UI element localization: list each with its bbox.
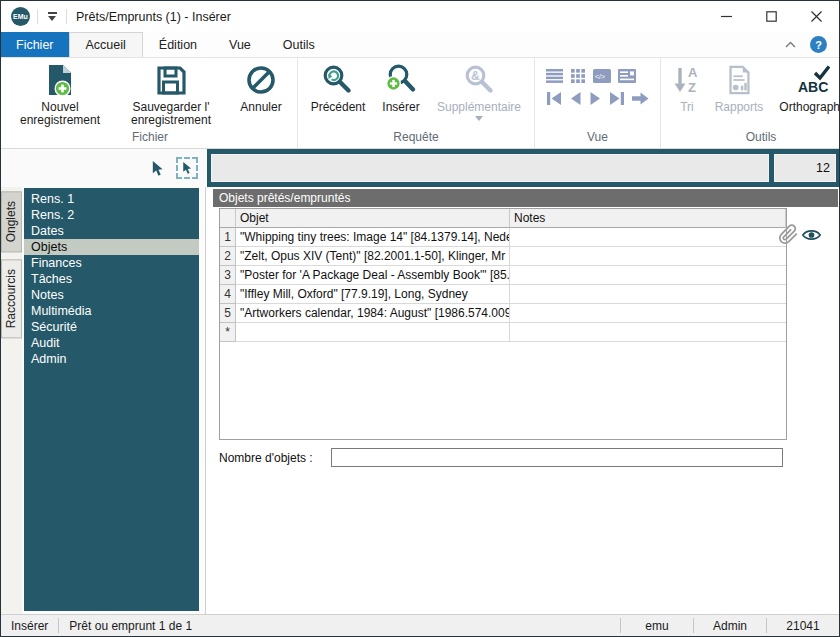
dropdown-caret-icon — [475, 116, 483, 121]
cancel-button[interactable]: Annuler — [230, 61, 292, 114]
notes-cell[interactable] — [510, 228, 786, 247]
table-empty-area — [220, 342, 786, 439]
ribbon: Nouvel enregistrement Sauvegarder l' enr… — [1, 58, 839, 149]
sidebar-item-admin[interactable]: Admin — [24, 351, 199, 367]
new-record-button[interactable]: Nouvel enregistrement — [8, 61, 112, 127]
object-count-input[interactable] — [331, 448, 783, 467]
tab-edition[interactable]: Édition — [143, 32, 213, 57]
ribbon-tab-bar: Fichier Accueil Édition Vue Outils ? — [1, 32, 839, 58]
summary-toolbar: 12 — [1, 149, 839, 187]
collapse-ribbon-icon[interactable] — [785, 41, 796, 48]
tab-accueil[interactable]: Accueil — [69, 32, 143, 57]
object-cell[interactable]: "Poster for 'A Package Deal - Assembly B… — [236, 266, 510, 285]
notes-cell[interactable] — [510, 304, 786, 323]
help-button[interactable]: ? — [810, 36, 827, 53]
object-cell[interactable]: "Artworkers calendar, 1984: August" [198… — [236, 304, 510, 323]
ribbon-group-outils: A Z Tri Rapports — [661, 58, 840, 148]
group-label-vue: Vue — [540, 129, 655, 148]
supplementary-query-icon: & — [462, 63, 496, 97]
svg-text:&: & — [471, 69, 480, 83]
table-new-row: * — [220, 323, 786, 342]
save-icon — [154, 63, 188, 97]
attachment-icon[interactable] — [778, 224, 799, 245]
record-count-field[interactable]: 12 — [774, 154, 836, 182]
sidebar-item-audit[interactable]: Audit — [24, 335, 199, 351]
tab-vue[interactable]: Vue — [213, 32, 267, 57]
sidebar-item-dates[interactable]: Dates — [24, 223, 199, 239]
section-header: Objets prêtés/empruntés — [213, 189, 838, 207]
new-record-icon — [43, 63, 77, 97]
column-header-objet[interactable]: Objet — [236, 209, 510, 228]
sidebar-item-finances[interactable]: Finances — [24, 255, 199, 271]
column-header-notes[interactable]: Notes — [510, 209, 786, 228]
supplementary-query-label: Supplémentaire — [437, 101, 521, 114]
sidebar-item-multimedia[interactable]: Multimédia — [24, 303, 199, 319]
details-view-icon[interactable] — [618, 69, 636, 83]
summary-band: 12 — [207, 149, 839, 187]
close-button[interactable] — [794, 1, 839, 32]
notes-cell[interactable] — [510, 285, 786, 304]
object-cell[interactable]: "Zelt, Opus XIV (Tent)" [82.2001.1-50], … — [236, 247, 510, 266]
table-row: 1 "Whipping tiny trees: Image 14" [84.13… — [220, 228, 786, 247]
maximize-button[interactable] — [749, 1, 794, 32]
code-view-icon[interactable]: </> — [593, 69, 611, 83]
objects-table: Objet Notes 1 "Whipping tiny trees: Imag… — [219, 208, 787, 440]
previous-record-icon[interactable] — [569, 92, 582, 105]
previous-query-icon — [321, 63, 355, 97]
object-cell[interactable]: "Whipping tiny trees: Image 14" [84.1379… — [236, 228, 510, 247]
new-row-marker: * — [220, 323, 236, 342]
first-record-icon[interactable] — [546, 92, 562, 105]
sidebar-item-objets[interactable]: Objets — [24, 239, 199, 255]
status-record-info: Prêt ou emprunt 1 de 1 — [59, 619, 202, 633]
notes-cell[interactable] — [510, 266, 786, 285]
list-view-icon[interactable] — [546, 69, 563, 83]
quick-access-dropdown[interactable] — [45, 12, 59, 21]
previous-query-label: Précédent — [311, 101, 366, 114]
summary-field[interactable] — [211, 154, 769, 182]
vertical-tab-raccourcis[interactable]: Raccourcis — [1, 259, 22, 338]
select-mode-icon[interactable] — [176, 157, 198, 179]
sidebar-item-rens1[interactable]: Rens. 1 — [24, 191, 199, 207]
save-record-button[interactable]: Sauvegarder l' enregistrement — [112, 61, 230, 127]
object-cell-empty[interactable] — [236, 323, 510, 342]
minimize-button[interactable] — [704, 1, 749, 32]
supplementary-query-button[interactable]: & Supplémentaire — [429, 61, 529, 121]
status-number: 21041 — [767, 619, 839, 633]
tab-fichier[interactable]: Fichier — [1, 32, 69, 57]
title-bar: EMu Prêts/Emprunts (1) - Insérer — [1, 1, 839, 32]
tab-outils[interactable]: Outils — [267, 32, 331, 57]
insert-button[interactable]: Insérer — [373, 61, 429, 114]
spelling-icon: ABC — [795, 63, 831, 97]
spelling-button[interactable]: ABC Orthographe — [770, 61, 840, 114]
sidebar-item-taches[interactable]: Tâches — [24, 271, 199, 287]
notes-cell-empty[interactable] — [510, 323, 786, 342]
next-record-icon[interactable] — [589, 92, 602, 105]
cancel-icon — [244, 63, 278, 97]
svg-text:ABC: ABC — [798, 79, 828, 95]
goto-record-icon[interactable] — [632, 92, 649, 105]
object-cell[interactable]: "Iffley Mill, Oxford" [77.9.19], Long, S… — [236, 285, 510, 304]
maximize-icon — [766, 11, 777, 22]
eye-icon[interactable] — [802, 228, 821, 242]
reports-button[interactable]: Rapports — [708, 61, 770, 114]
pointer-cursor-icon[interactable] — [150, 160, 165, 177]
group-label-fichier: Fichier — [8, 129, 292, 148]
sort-button[interactable]: A Z Tri — [666, 61, 708, 114]
last-record-icon[interactable] — [609, 92, 625, 105]
grid-view-icon[interactable] — [570, 69, 586, 83]
table-header-row: Objet Notes — [220, 209, 786, 228]
row-number-header — [220, 209, 236, 228]
reports-label: Rapports — [715, 101, 764, 114]
sidebar-item-securite[interactable]: Sécurité — [24, 319, 199, 335]
selection-tools — [1, 149, 207, 187]
notes-cell[interactable] — [510, 247, 786, 266]
window-controls — [704, 1, 839, 32]
previous-query-button[interactable]: Précédent — [303, 61, 373, 114]
table-row: 5 "Artworkers calendar, 1984: August" [1… — [220, 304, 786, 323]
vertical-tab-onglets[interactable]: Onglets — [1, 191, 22, 252]
sidebar-item-notes[interactable]: Notes — [24, 287, 199, 303]
object-count-label: Nombre d'objets : — [219, 451, 331, 465]
status-mode: Insérer — [1, 619, 58, 633]
content-panel: Objets prêtés/empruntés Objet Notes 1 "W… — [206, 187, 839, 614]
sidebar-item-rens2[interactable]: Rens. 2 — [24, 207, 199, 223]
